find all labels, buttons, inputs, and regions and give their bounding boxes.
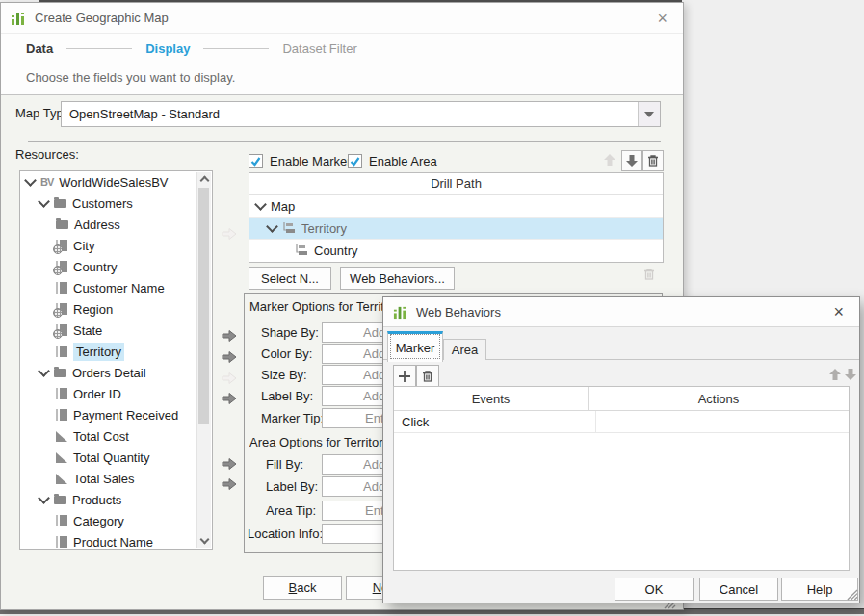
measure-field-icon [56,452,67,463]
dropdown-arrow-button[interactable] [638,102,660,126]
dimension-field-icon [56,409,67,421]
map-type-dropdown[interactable]: OpenStreetMap - Standard [61,101,661,127]
tab-area[interactable]: Area [443,339,486,360]
wizard-connector [203,48,269,49]
action-cell[interactable] [596,411,849,432]
delete-event-button[interactable] [416,365,439,387]
tree-item-label: Products [72,493,121,507]
drill-row-map[interactable]: Map [249,195,663,218]
cancel-button[interactable]: Cancel [699,578,778,601]
dimension-field-icon [56,536,67,548]
web-behaviors-titlebar: Web Behaviors × [383,297,859,327]
move-right-arrow[interactable] [220,454,239,473]
actions-column-header: Actions [589,387,849,410]
checkbox-checked-icon[interactable] [348,154,362,168]
event-down-button-disabled [844,368,857,384]
ok-button-label: OK [645,582,664,597]
tree-item-country[interactable]: Country [20,256,212,277]
dimension-field-icon [56,388,67,399]
tab-marker-label: Marker [396,341,434,355]
event-cell[interactable]: Click [394,411,596,432]
move-right-arrow[interactable] [220,475,239,493]
globe-icon [53,244,63,254]
chevron-down-icon[interactable] [266,220,278,233]
wizard-connector [66,48,132,49]
marker-options-title: Marker Options for Territory [249,299,402,314]
tree-item-city[interactable]: City [20,235,212,256]
app-logo-icon [393,305,407,320]
map-type-value: OpenStreetMap - Standard [62,107,638,121]
tree-item-state[interactable]: State [20,320,212,341]
delete-drill-button[interactable] [642,150,664,171]
add-event-button[interactable] [393,365,416,387]
tree-item-total-sales[interactable]: Total Sales [20,468,212,489]
tree-scrollbar[interactable] [196,172,211,548]
tab-marker[interactable]: Marker [387,331,443,362]
chevron-down-icon[interactable] [38,365,50,377]
tree-item-label: City [73,239,94,253]
close-icon[interactable]: × [827,303,850,321]
back-button-label: ack [297,580,316,595]
checkbox-checked-icon[interactable] [249,154,263,168]
move-right-arrow[interactable] [220,347,239,366]
close-icon[interactable]: × [651,10,673,27]
tree-item-label: Order ID [73,387,121,401]
scrollbar-thumb[interactable] [198,188,209,424]
wizard-step-data[interactable]: Data [26,41,53,56]
move-right-arrow[interactable] [220,326,239,345]
folder-icon [56,220,68,229]
chevron-down-icon[interactable] [254,198,267,211]
enable-area-checkbox[interactable]: Enable Area [348,154,437,168]
cancel-button-label: Cancel [720,582,758,597]
wizard-step-display[interactable]: Display [145,41,190,56]
tree-item-label: WorldWideSalesBV [59,175,168,190]
back-button[interactable]: Back [263,576,342,600]
dialog-title: Create Geographic Map [35,11,169,25]
dimension-field-icon [56,515,67,526]
select-button[interactable]: Select N... [249,267,331,290]
move-down-button[interactable] [621,150,642,171]
scroll-up-icon[interactable] [200,176,210,186]
select-button-label: Select N... [261,271,319,286]
move-up-button-disabled [600,150,619,169]
folder-icon [54,199,66,208]
chevron-down-icon[interactable] [24,174,37,187]
ok-button[interactable]: OK [615,578,694,601]
drill-row-territory[interactable]: Territory [249,218,663,240]
chevron-down-icon[interactable] [38,195,50,208]
tree-item-label: Payment Received [73,408,178,423]
tree-item-worldwidesalesbv[interactable]: BV WorldWideSalesBV [20,171,212,192]
caret-down-icon [644,112,654,117]
area-tip-label: Area Tip: [266,503,316,518]
measure-field-icon [56,431,67,442]
table-header-row: Events Actions [394,387,849,411]
drill-row-country[interactable]: Country [249,240,663,261]
tree-item-label: State [73,323,102,338]
tree-item-products[interactable]: Products [20,489,212,510]
scroll-down-icon[interactable] [200,535,210,545]
move-right-arrow[interactable] [220,389,239,407]
tree-item-orders-detail[interactable]: Orders Detail [20,362,212,383]
tree-item-product-name[interactable]: Product Name [20,531,212,552]
tree-item-territory[interactable]: Territory [20,341,212,362]
tree-item-label-selected: Territory [73,343,124,361]
web-behaviors-button[interactable]: Web Behaviors... [340,267,455,290]
table-row-click[interactable]: Click [394,411,849,433]
fill-by-label: Fill By: [266,457,303,472]
tree-item-customer-name[interactable]: Customer Name [20,277,212,298]
tree-item-category[interactable]: Category [20,510,212,531]
folder-icon [54,369,66,377]
enable-marker-checkbox[interactable]: Enable Marker [249,154,352,168]
tree-item-customers[interactable]: Customers [20,192,212,214]
tree-item-region[interactable]: Region [20,298,212,320]
wizard-step-dataset-filter[interactable]: Dataset Filter [282,41,356,56]
tree-item-payment-received[interactable]: Payment Received [20,404,212,425]
tree-item-address[interactable]: Address [20,214,212,235]
tree-item-total-cost[interactable]: Total Cost [20,425,212,447]
tree-item-label: Address [74,218,120,232]
chevron-down-icon[interactable] [38,492,50,504]
web-resize-grip[interactable] [846,589,858,603]
tree-item-order-id[interactable]: Order ID [20,383,212,404]
size-by-label: Size By: [261,368,307,382]
tree-item-total-quantity[interactable]: Total Quantity [20,447,212,468]
